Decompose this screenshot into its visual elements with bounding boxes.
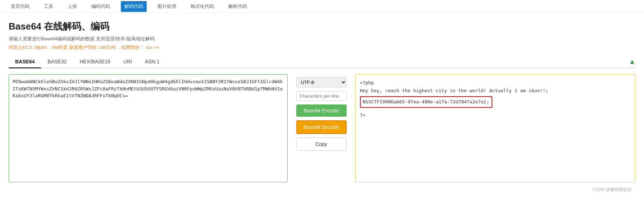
main-area: PD9waHANCkhleSBoZXksIHJlYWNoIHRoZSBoaWdo… xyxy=(9,74,635,182)
nav-item-image[interactable]: 图片处理 xyxy=(154,1,180,12)
output-panel: <?php Hey hey, reach the highest city in… xyxy=(355,74,636,182)
tabs-row: BASE64 BASE32 HEX/BASE16 URI ASN.1 ▲ xyxy=(9,56,635,68)
page-content: Base64 在线解码、编码 请输入需要进行Base64编码或解码的数据 支持迅… xyxy=(0,13,644,200)
tab-base32[interactable]: BASE32 xyxy=(41,56,73,68)
flag-value: NSSCTF{9906ab65-97ea-400e-a1fa-72d7847a2… xyxy=(360,96,492,108)
nav-item-home[interactable]: 首页代码 xyxy=(7,1,33,12)
nav-item-tools[interactable]: 工具 xyxy=(40,1,57,12)
nav-item-upload[interactable]: 上传 xyxy=(64,1,81,12)
nav-item-encode-code[interactable]: 编码代码 xyxy=(88,1,114,12)
input-panel: PD9waHANCkhleSBoZXksIHJlYWNoIHRoZSBoaWdo… xyxy=(9,74,288,182)
copy-button[interactable]: Copy xyxy=(296,138,347,151)
php-open-tag: <?php xyxy=(360,79,631,87)
base64-input[interactable]: PD9waHANCkhleSBoZXksIHJlYWNoIHRoZSBoaWdo… xyxy=(13,78,284,150)
tab-uri[interactable]: URI xyxy=(117,56,138,68)
php-comment: Hey hey, reach the highest city in the w… xyxy=(360,87,631,95)
decode-button[interactable]: Base64 Decode xyxy=(296,120,347,134)
tab-base64[interactable]: BASE64 xyxy=(9,56,41,68)
tab-hex-base16[interactable]: HEX/BASE16 xyxy=(73,56,117,68)
page-subtitle: 请输入需要进行Base64编码或解码的数据 支持迅雷/快车/旋风地址解码 xyxy=(9,36,635,42)
encode-button[interactable]: Base64 Encode xyxy=(296,104,347,117)
nav-item-format[interactable]: 格式化代码 xyxy=(187,1,218,12)
ad-text[interactable]: 阿里云ECS 2核4G，5M带宽 新老用户同价 199元/年，续费同价！ Go … xyxy=(9,44,635,51)
chars-per-line-input[interactable] xyxy=(296,91,347,101)
footer-credit: CSDN @赚钱娶甜甜 xyxy=(9,187,635,193)
encoding-select[interactable]: UTF-8 UTF-16 GBK ISO-8859-1 xyxy=(296,77,347,88)
php-close-tag: ?> xyxy=(360,111,631,119)
tab-asn1[interactable]: ASN.1 xyxy=(138,56,166,68)
controls-panel: UTF-8 UTF-16 GBK ISO-8859-1 Base64 Encod… xyxy=(293,74,350,182)
collapse-icon[interactable]: ▲ xyxy=(629,58,635,66)
nav-item-parse[interactable]: 解析代码 xyxy=(225,1,251,12)
page-title: Base64 在线解码、编码 xyxy=(9,20,635,33)
top-navigation: 首页代码 工具 上传 编码代码 解码代码 图片处理 格式化代码 解析代码 xyxy=(0,0,644,13)
nav-item-decode-code[interactable]: 解码代码 xyxy=(121,1,147,12)
